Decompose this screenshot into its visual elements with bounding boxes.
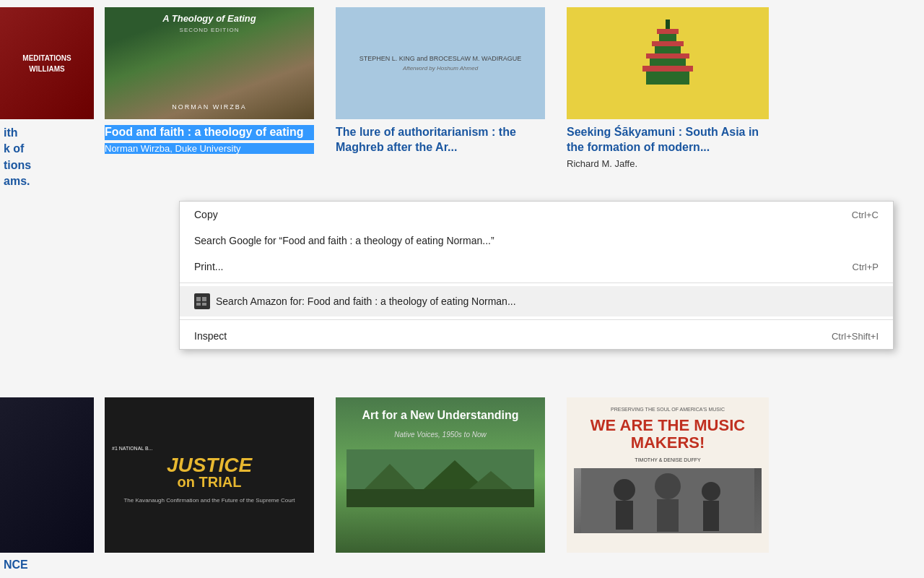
- partial-bottom-title: NCE: [4, 558, 94, 571]
- svg-rect-21: [196, 297, 201, 301]
- book-item-partial-left: MEDITATIONSWILLIAMS ith k of tions ams.: [0, 0, 94, 202]
- svg-rect-6: [650, 59, 686, 66]
- mountain-illustration: [346, 449, 534, 507]
- print-shortcut: Ctrl+P: [853, 262, 879, 272]
- amazon-icon: [194, 293, 210, 309]
- book-item-music: PRESERVING THE SOUL OF AMERICA'S MUSIC W…: [556, 390, 780, 578]
- svg-rect-16: [616, 501, 633, 530]
- book-item-justice: #1 NATIONAL B... JUSTICE on TRIAL The Ka…: [94, 390, 325, 578]
- bottom-book-row: NCE #1 NATIONAL B... JUSTICE on TRIAL Th…: [0, 390, 924, 578]
- svg-rect-8: [646, 72, 689, 85]
- copy-label: Copy: [194, 209, 218, 220]
- book-cover-justice: #1 NATIONAL B... JUSTICE on TRIAL The Ka…: [105, 397, 314, 553]
- context-menu-print[interactable]: Print... Ctrl+P: [180, 254, 893, 280]
- cover-authors-lure: STEPHEN L. KING and BROCESLAW M. WADIRAG…: [359, 55, 521, 62]
- book-author-theology: Norman Wirzba, Duke University: [105, 143, 314, 154]
- context-menu: Copy Ctrl+C Search Google for “Food and …: [179, 201, 894, 350]
- book-cover-art: Art for a New Understanding Native Voice…: [336, 397, 545, 553]
- svg-rect-23: [196, 303, 201, 306]
- book-author-seeking: Richard M. Jaffe.: [567, 158, 769, 169]
- book-item-lure: STEPHEN L. KING and BROCESLAW M. WADIRAG…: [325, 0, 556, 202]
- book-cover-lure: STEPHEN L. KING and BROCESLAW M. WADIRAG…: [336, 7, 545, 119]
- inspect-label: Inspect: [194, 330, 227, 342]
- print-label: Print...: [194, 261, 223, 272]
- book-item-art: Art for a New Understanding Native Voice…: [325, 390, 556, 578]
- svg-rect-20: [703, 501, 719, 531]
- book-title-theology[interactable]: Food and faith : a theology of eating: [105, 125, 314, 140]
- page-content: MEDITATIONSWILLIAMS ith k of tions ams. …: [0, 0, 924, 578]
- svg-point-17: [655, 473, 681, 499]
- svg-point-19: [702, 482, 720, 501]
- book-cover-theology: A Theology of Eating SECOND EDITION NORM…: [105, 7, 314, 119]
- amazon-item-content: Search Amazon for: Food and faith : a th…: [194, 293, 516, 309]
- svg-rect-2: [659, 34, 676, 41]
- cover-author-theology: NORMAN WIRZBA: [110, 103, 308, 111]
- book-title-seeking[interactable]: Seeking Śākyamuni : South Asia in the fo…: [567, 125, 769, 155]
- photo-silhouette: [581, 468, 754, 533]
- svg-rect-7: [642, 66, 693, 72]
- pagoda-icon: [639, 18, 697, 90]
- context-menu-separator-1: [180, 282, 893, 283]
- cover-title-theology: A Theology of Eating: [110, 13, 308, 25]
- music-preserving: PRESERVING THE SOUL OF AMERICA'S MUSIC: [611, 406, 725, 413]
- svg-rect-1: [657, 29, 679, 34]
- svg-rect-4: [655, 46, 681, 53]
- partial-title-text: ith k of tions ams.: [4, 125, 90, 190]
- partial-cover-text: MEDITATIONSWILLIAMS: [22, 53, 71, 74]
- amazon-logo-icon: [196, 295, 209, 308]
- svg-rect-5: [646, 53, 689, 59]
- context-menu-separator-2: [180, 319, 893, 320]
- music-author-bottom: TIMOTHY & DENISE DUFFY: [635, 457, 700, 462]
- svg-rect-18: [657, 499, 679, 532]
- book-cover-seeking: [567, 7, 769, 119]
- search-amazon-label: Search Amazon for: Food and faith : a th…: [216, 296, 516, 307]
- svg-rect-0: [666, 20, 670, 30]
- context-menu-search-google[interactable]: Search Google for “Food and faith : a th…: [180, 228, 893, 254]
- music-title: WE ARE THE MUSIC MAKERS!: [574, 417, 762, 452]
- cover-edition-theology: SECOND EDITION: [110, 27, 308, 33]
- cover-subtitle-lure: Afterword by Hoshum Ahmed: [359, 65, 521, 72]
- context-menu-search-amazon[interactable]: Search Amazon for: Food and faith : a th…: [180, 286, 893, 316]
- book-cover-music: PRESERVING THE SOUL OF AMERICA'S MUSIC W…: [567, 397, 769, 553]
- art-title: Art for a New Understanding: [362, 408, 519, 423]
- top-book-row: MEDITATIONSWILLIAMS ith k of tions ams. …: [0, 0, 924, 202]
- book-title-lure[interactable]: The lure of authoritarianism : the Maghr…: [336, 125, 545, 155]
- context-menu-copy[interactable]: Copy Ctrl+C: [180, 202, 893, 228]
- justice-badge: #1 NATIONAL B...: [112, 446, 152, 451]
- svg-rect-22: [202, 297, 206, 301]
- inspect-shortcut: Ctrl+Shift+I: [832, 331, 879, 342]
- svg-rect-24: [202, 303, 206, 306]
- svg-rect-13: [346, 489, 534, 507]
- copy-shortcut: Ctrl+C: [852, 210, 879, 220]
- svg-point-15: [614, 479, 635, 501]
- book-item-theology: A Theology of Eating SECOND EDITION NORM…: [94, 0, 325, 202]
- justice-subtitle: The Kavanaugh Confirmation and the Futur…: [123, 496, 295, 505]
- book-item-seeking: Seeking Śākyamuni : South Asia in the fo…: [556, 0, 780, 202]
- art-subtitle: Native Voices, 1950s to Now: [394, 431, 486, 439]
- context-menu-inspect[interactable]: Inspect Ctrl+Shift+I: [180, 323, 893, 349]
- justice-title-main: JUSTICE on TRIAL: [167, 454, 252, 491]
- search-google-label: Search Google for “Food and faith : a th…: [194, 235, 494, 246]
- book-item-bottom-partial: NCE: [0, 390, 94, 578]
- svg-rect-3: [652, 41, 684, 46]
